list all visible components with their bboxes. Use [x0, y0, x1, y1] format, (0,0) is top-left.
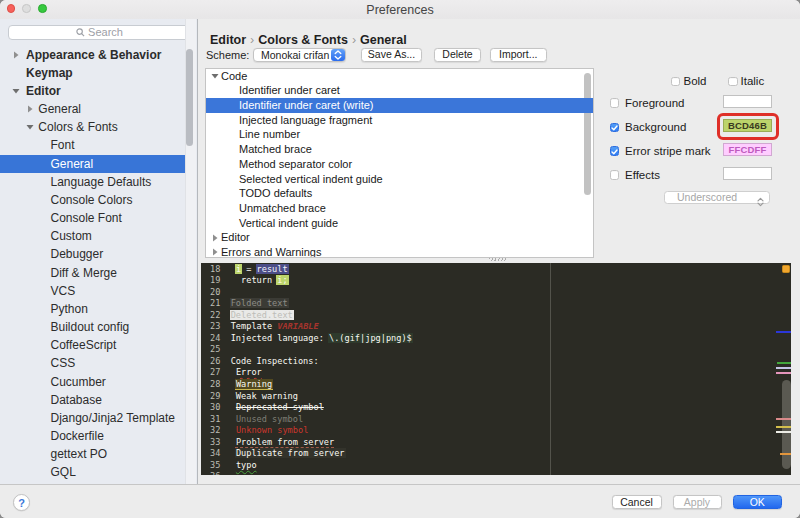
line-number: 28 [210, 379, 220, 391]
line-number: 36 [210, 471, 220, 474]
sidebar-item-coffeescript[interactable]: CoffeeScript [0, 336, 185, 354]
attribute-item-identifier-under-caret-write-[interactable]: Identifier under caret (write) [206, 98, 593, 113]
attribute-item-injected-language-fragment[interactable]: Injected language fragment [206, 113, 593, 128]
chevron-collapsed-icon[interactable] [11, 46, 21, 64]
chevron-collapsed-icon[interactable] [211, 230, 220, 245]
background-checkbox[interactable] [610, 123, 620, 133]
code-text: Deleted.text [231, 310, 293, 322]
editor-line-29: 29 Weak warning [201, 391, 791, 403]
dropdown-stepper-icon [331, 49, 345, 61]
attribute-item-errors-and-warnings[interactable]: Errors and Warnings [206, 245, 593, 258]
attribute-item-identifier-under-caret[interactable]: Identifier under caret [206, 83, 593, 98]
help-button[interactable]: ? [13, 494, 30, 511]
attribute-item-editor[interactable]: Editor [206, 230, 593, 245]
line-number: 30 [210, 402, 220, 414]
breadcrumb-separator: › [246, 33, 258, 47]
attribute-item-line-number[interactable]: Line number [206, 127, 593, 142]
chevron-expanded-icon[interactable] [11, 82, 21, 100]
sidebar-item-language-defaults[interactable]: Language Defaults [0, 173, 185, 191]
error-stripe-mark[interactable] [776, 418, 792, 420]
effects-color-swatch[interactable] [723, 167, 772, 180]
chevron-expanded-icon[interactable] [25, 118, 35, 136]
error-stripe-mark[interactable] [776, 331, 792, 334]
import-button[interactable]: Import... [490, 48, 547, 62]
sidebar-item-debugger[interactable]: Debugger [0, 245, 185, 263]
sidebar-item-vcs[interactable]: VCS [0, 282, 185, 300]
effect-type-dropdown[interactable]: Underscored [664, 191, 770, 204]
save-as-button[interactable]: Save As... [361, 48, 422, 62]
breadcrumb-part: Editor [210, 33, 246, 47]
foreground-color-swatch[interactable] [723, 95, 772, 108]
error-stripe-mark[interactable] [776, 372, 792, 374]
sidebar-item-appearance-behavior[interactable]: Appearance & Behavior [0, 46, 185, 64]
sidebar-item-database[interactable]: Database [0, 391, 185, 409]
foreground-checkbox[interactable] [610, 98, 620, 108]
attribute-item-matched-brace[interactable]: Matched brace [206, 142, 593, 157]
sidebar-item-buildout-config[interactable]: Buildout config [0, 318, 185, 336]
error-stripe-mark[interactable] [776, 367, 792, 369]
code-text: Unused symbol [231, 414, 303, 426]
titlebar: Preferences [0, 0, 800, 19]
sidebar-item-general[interactable]: General [0, 100, 185, 118]
sidebar-item-editor[interactable]: Editor [0, 82, 185, 100]
scheme-label: Scheme: [206, 48, 249, 62]
delete-button[interactable]: Delete [434, 48, 481, 62]
sidebar-item-gql[interactable]: GQL [0, 463, 185, 481]
attribute-item-code[interactable]: Code [206, 69, 593, 84]
ok-button[interactable]: OK [733, 495, 783, 509]
error-stripe-mark[interactable] [776, 426, 792, 428]
error-stripe-mark-color-swatch[interactable]: FFCDFF [723, 143, 772, 156]
italic-checkbox[interactable] [728, 77, 738, 87]
effects-checkbox[interactable] [610, 170, 620, 180]
chevron-collapsed-icon[interactable] [25, 100, 35, 118]
sidebar-item-gettext-po[interactable]: gettext PO [0, 445, 185, 463]
bold-checkbox[interactable] [671, 77, 681, 87]
sidebar-item-css[interactable]: CSS [0, 354, 185, 372]
cancel-button[interactable]: Cancel [612, 495, 662, 509]
sidebar-item-python[interactable]: Python [0, 300, 185, 318]
attribute-item-unmatched-brace[interactable]: Unmatched brace [206, 201, 593, 216]
attribute-item-method-separator-color[interactable]: Method separator color [206, 157, 593, 172]
editor-line-26: 26Code Inspections: [201, 356, 791, 368]
scheme-dropdown[interactable]: Monokai crifan [253, 48, 346, 63]
sidebar-item-label: Debugger [51, 247, 104, 261]
search-input[interactable]: Search [8, 25, 192, 40]
sidebar-item-colors-fonts[interactable]: Colors & Fonts [0, 118, 185, 136]
attribute-item-todo-defaults[interactable]: TODO defaults [206, 186, 593, 201]
sidebar-item-keymap[interactable]: Keymap [0, 64, 185, 82]
attribute-item-selected-vertical-indent-guide[interactable]: Selected vertical indent guide [206, 172, 593, 187]
sidebar-item-dockerfile[interactable]: Dockerfile [0, 427, 185, 445]
code-segment-plain: Template [231, 321, 278, 331]
sidebar-item-general[interactable]: General [0, 155, 185, 173]
editor-line-20: 20 [201, 287, 791, 299]
scheme-dropdown-value: Monokai crifan [261, 49, 329, 62]
sidebar-item-django-jinja2-template[interactable]: Django/Jinja2 Template [0, 409, 185, 427]
sidebar-item-cucumber[interactable]: Cucumber [0, 373, 185, 391]
error-stripe-mark[interactable] [776, 431, 792, 433]
error-stripe-mark[interactable] [777, 362, 792, 364]
sidebar-item-console-colors[interactable]: Console Colors [0, 191, 185, 209]
sidebar-item-font[interactable]: Font [0, 136, 185, 154]
sidebar-item-custom[interactable]: Custom [0, 227, 185, 245]
attribute-item-vertical-indent-guide[interactable]: Vertical indent guide [206, 216, 593, 231]
inspection-status-indicator[interactable] [782, 265, 790, 273]
apply-button[interactable]: Apply [673, 495, 722, 509]
sidebar-item-diff-merge[interactable]: Diff & Merge [0, 264, 185, 282]
error-stripe-mark-checkbox[interactable] [610, 146, 620, 156]
editor-scrollbar-thumb[interactable] [782, 380, 791, 469]
error-stripe-mark[interactable] [780, 453, 792, 455]
splitter-grip[interactable] [489, 258, 507, 261]
sidebar-item-console-font[interactable]: Console Font [0, 209, 185, 227]
chevron-collapsed-icon[interactable] [211, 245, 220, 258]
sidebar-scrollbar-thumb[interactable] [186, 49, 193, 146]
line-number: 27 [210, 367, 220, 379]
sidebar-scrollbar-track[interactable] [185, 19, 196, 484]
sidebar-item-label: Font [51, 138, 75, 152]
code-segment-error: Error [235, 367, 263, 377]
attribute-item-label: Code [221, 70, 247, 82]
background-label: Background [625, 122, 686, 133]
attribute-item-label: Selected vertical indent guide [239, 173, 383, 185]
code-text: Deprecated symbol [231, 402, 324, 414]
sidebar-item-label: Diff & Merge [51, 266, 117, 280]
chevron-expanded-icon[interactable] [211, 69, 220, 84]
